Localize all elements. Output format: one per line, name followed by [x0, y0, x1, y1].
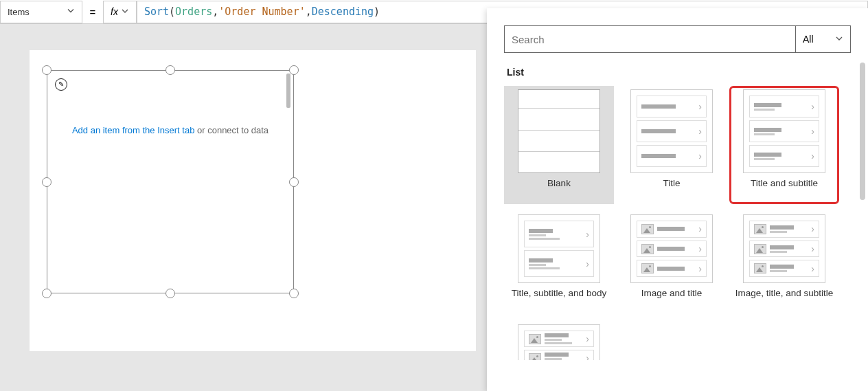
resize-handle[interactable]: [289, 177, 299, 187]
mini-scrollbar[interactable]: [286, 74, 290, 108]
template-image-title-subtitle[interactable]: › › › Image, title, and subtitle: [729, 211, 839, 314]
template-label: Title and subtitle: [751, 177, 818, 201]
chevron-right-icon: ›: [811, 150, 814, 161]
template-blank[interactable]: Blank: [504, 86, 614, 204]
resize-handle[interactable]: [289, 289, 299, 298]
placeholder-plain: or connect to data: [194, 125, 269, 135]
template-thumb: › › ›: [630, 89, 713, 173]
filter-select[interactable]: All: [796, 25, 851, 53]
formula-token-fn: Sort: [144, 5, 169, 18]
formula-token: ,: [212, 5, 218, 18]
chevron-down-icon: [121, 6, 129, 17]
chevron-right-icon: ›: [586, 229, 589, 240]
filter-select-label: All: [803, 34, 814, 45]
chevron-right-icon: ›: [698, 126, 702, 137]
chevron-right-icon: ›: [698, 101, 702, 112]
template-label: Image, title, and subtitle: [735, 287, 834, 311]
template-grid: Blank › › › Title › › › Title and subtit…: [504, 86, 851, 362]
panel-scrollbar[interactable]: [860, 63, 865, 200]
gallery-placeholder: Add an item from the Insert tab or conne…: [47, 125, 294, 135]
formula-token: Orders: [175, 5, 212, 18]
template-title-subtitle[interactable]: › › › Title and subtitle: [729, 86, 839, 204]
chevron-right-icon: ›: [811, 126, 814, 137]
formula-token: Descending: [312, 5, 374, 18]
chevron-right-icon: ›: [811, 263, 814, 274]
template-image-title[interactable]: › › › Image and title: [617, 211, 727, 314]
image-icon: [641, 224, 654, 234]
chevron-right-icon: ›: [586, 258, 589, 269]
fx-label: fx: [111, 6, 118, 17]
template-thumb: › › ›: [743, 214, 825, 283]
resize-handle[interactable]: [42, 289, 52, 298]
formula-token: ,: [306, 5, 312, 18]
formula-token: 'Order Number': [218, 5, 305, 18]
layout-panel: All List Blank › › › T: [487, 8, 868, 391]
image-icon: [529, 334, 541, 344]
template-thumb: › ›: [518, 214, 600, 283]
chevron-right-icon: ›: [811, 101, 814, 112]
chevron-right-icon: ›: [698, 263, 702, 274]
template-thumb: › › ›: [630, 214, 713, 283]
template-label: Image and title: [641, 287, 703, 311]
chevron-right-icon: ›: [811, 223, 814, 234]
image-icon: [754, 224, 766, 234]
property-select-label: Items: [8, 7, 30, 17]
resize-handle[interactable]: [289, 65, 299, 75]
template-title-subtitle-body[interactable]: › › Title, subtitle, and body: [504, 211, 614, 314]
chevron-right-icon: ›: [586, 353, 589, 362]
search-row: All: [504, 25, 851, 53]
template-label: Title: [663, 177, 680, 201]
property-select[interactable]: Items: [0, 1, 82, 23]
canvas-area[interactable]: ✎ Add an item from the Insert tab or con…: [30, 50, 476, 351]
search-input[interactable]: [504, 25, 796, 53]
resize-handle[interactable]: [165, 289, 175, 298]
selection-border: [47, 70, 294, 293]
template-thumb: › › ›: [743, 89, 825, 173]
fx-dropdown[interactable]: fx: [103, 1, 137, 23]
image-icon: [529, 353, 541, 363]
template-label: Title, subtitle, and body: [512, 287, 606, 311]
chevron-down-icon: [67, 7, 75, 17]
placeholder-link[interactable]: Add an item from the Insert tab: [72, 125, 194, 135]
selected-control[interactable]: ✎ Add an item from the Insert tab or con…: [47, 70, 294, 293]
chevron-right-icon: ›: [698, 223, 702, 234]
template-title[interactable]: › › › Title: [617, 86, 727, 204]
equals-label: =: [82, 6, 103, 18]
resize-handle[interactable]: [42, 177, 52, 187]
template-thumb: [518, 89, 600, 173]
template-label: Blank: [547, 177, 571, 201]
image-icon: [641, 244, 654, 254]
template-thumb: › ›: [518, 324, 600, 362]
chevron-right-icon: ›: [811, 243, 814, 254]
formula-token: ): [374, 5, 380, 18]
edit-icon[interactable]: ✎: [55, 78, 67, 91]
chevron-down-icon: [835, 34, 843, 45]
image-icon: [641, 263, 654, 273]
image-icon: [754, 263, 766, 273]
chevron-right-icon: ›: [698, 150, 702, 161]
resize-handle[interactable]: [42, 65, 52, 75]
formula-token: (: [169, 5, 175, 18]
panel-body: List Blank › › › Title ›: [487, 60, 868, 391]
resize-handle[interactable]: [165, 65, 175, 75]
image-icon: [754, 244, 766, 254]
chevron-right-icon: ›: [586, 333, 589, 344]
template-partial[interactable]: › ›: [504, 321, 614, 362]
section-title: List: [507, 67, 851, 78]
chevron-right-icon: ›: [698, 243, 702, 254]
